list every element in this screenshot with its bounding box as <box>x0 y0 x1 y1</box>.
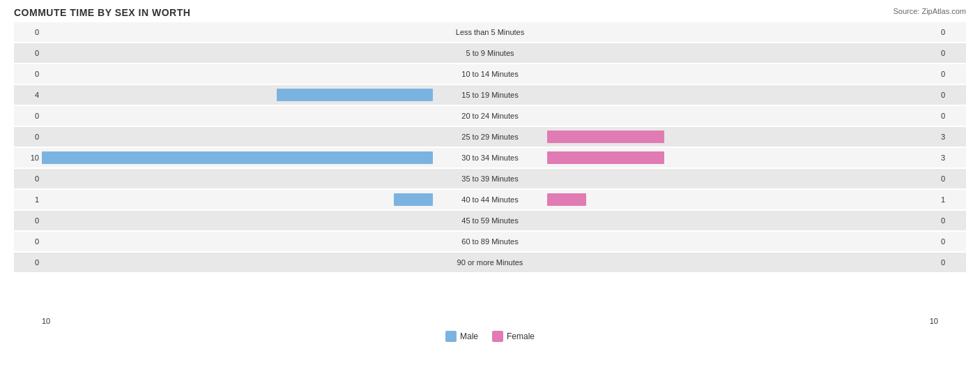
male-bar-wrapper <box>42 43 434 63</box>
row-label: 25 to 29 Minutes <box>434 133 546 141</box>
bars-area: Less than 5 Minutes <box>42 22 938 42</box>
row-label: 5 to 9 Minutes <box>434 49 546 57</box>
bars-area: 5 to 9 Minutes <box>42 43 938 63</box>
female-bar <box>547 131 664 143</box>
row-label: 15 to 19 Minutes <box>434 91 546 99</box>
legend-male-label: Male <box>460 332 478 341</box>
bars-area: 35 to 39 Minutes <box>42 169 938 188</box>
row-label: 60 to 89 Minutes <box>434 237 546 246</box>
female-bar-wrapper <box>546 148 938 167</box>
bars-area: 40 to 44 Minutes <box>42 190 938 209</box>
legend-male: Male <box>445 331 478 342</box>
row-label: 30 to 34 Minutes <box>434 154 546 162</box>
table-row: 020 to 24 Minutes0 <box>14 106 966 126</box>
row-label: 40 to 44 Minutes <box>434 195 546 204</box>
chart-title: COMMUTE TIME BY SEX IN WORTH <box>14 7 966 18</box>
male-bar-wrapper <box>42 211 434 230</box>
male-bar-wrapper <box>42 64 434 84</box>
table-row: 05 to 9 Minutes0 <box>14 43 966 63</box>
male-value: 0 <box>14 70 42 78</box>
male-bar-wrapper <box>42 190 434 209</box>
male-value: 10 <box>14 154 42 162</box>
axis-right-label: 10 <box>930 317 938 325</box>
row-label: 20 to 24 Minutes <box>434 112 546 120</box>
legend-female: Female <box>492 331 535 342</box>
bars-area: 20 to 24 Minutes <box>42 106 938 126</box>
table-row: 1030 to 34 Minutes3 <box>14 148 966 167</box>
table-row: 010 to 14 Minutes0 <box>14 64 966 84</box>
row-label: Less than 5 Minutes <box>434 28 546 36</box>
bars-area: 30 to 34 Minutes <box>42 148 938 167</box>
source-label: Source: ZipAtlas.com <box>893 7 966 15</box>
female-bar-wrapper <box>546 190 938 209</box>
male-value: 0 <box>14 237 42 246</box>
legend-female-box <box>492 331 503 342</box>
female-bar-wrapper <box>546 85 938 105</box>
male-bar <box>394 193 433 206</box>
male-value: 0 <box>14 258 42 267</box>
legend-female-label: Female <box>507 332 535 341</box>
table-row: 415 to 19 Minutes0 <box>14 85 966 105</box>
row-label: 90 or more Minutes <box>434 258 546 267</box>
male-bar-wrapper <box>42 148 434 167</box>
female-value: 0 <box>938 49 966 57</box>
male-value: 0 <box>14 28 42 36</box>
legend: Male Female <box>14 331 966 342</box>
female-value: 3 <box>938 133 966 141</box>
table-row: 045 to 59 Minutes0 <box>14 211 966 230</box>
legend-male-box <box>445 331 457 342</box>
female-value: 0 <box>938 216 966 225</box>
male-bar-wrapper <box>42 169 434 188</box>
table-row: 035 to 39 Minutes0 <box>14 169 966 188</box>
bars-area: 15 to 19 Minutes <box>42 85 938 105</box>
table-row: 090 or more Minutes0 <box>14 253 966 272</box>
female-bar <box>547 193 586 206</box>
male-bar-wrapper <box>42 127 434 147</box>
female-value: 1 <box>938 195 966 204</box>
table-row: 060 to 89 Minutes0 <box>14 232 966 251</box>
male-value: 0 <box>14 49 42 57</box>
female-bar-wrapper <box>546 169 938 188</box>
bars-area: 45 to 59 Minutes <box>42 211 938 230</box>
row-label: 35 to 39 Minutes <box>434 174 546 183</box>
female-value: 3 <box>938 154 966 162</box>
female-value: 0 <box>938 258 966 267</box>
female-bar-wrapper <box>546 253 938 272</box>
female-bar-wrapper <box>546 211 938 230</box>
male-value: 0 <box>14 174 42 183</box>
axis-left-label: 10 <box>42 317 50 325</box>
male-bar-wrapper <box>42 85 434 105</box>
male-value: 0 <box>14 216 42 225</box>
chart-area: 0Less than 5 Minutes005 to 9 Minutes0010… <box>14 22 966 315</box>
female-bar-wrapper <box>546 22 938 42</box>
male-value: 4 <box>14 91 42 99</box>
female-bar-wrapper <box>546 127 938 147</box>
bars-area: 25 to 29 Minutes <box>42 127 938 147</box>
male-bar-wrapper <box>42 232 434 251</box>
female-value: 0 <box>938 237 966 246</box>
female-bar <box>547 151 664 164</box>
female-value: 0 <box>938 112 966 120</box>
table-row: 025 to 29 Minutes3 <box>14 127 966 147</box>
male-bar <box>277 89 433 101</box>
female-value: 0 <box>938 28 966 36</box>
bars-area: 60 to 89 Minutes <box>42 232 938 251</box>
row-label: 10 to 14 Minutes <box>434 70 546 78</box>
male-bar-wrapper <box>42 106 434 126</box>
male-bar <box>42 151 433 164</box>
female-bar-wrapper <box>546 106 938 126</box>
female-value: 0 <box>938 91 966 99</box>
bars-area: 90 or more Minutes <box>42 253 938 272</box>
bars-area: 10 to 14 Minutes <box>42 64 938 84</box>
table-row: 140 to 44 Minutes1 <box>14 190 966 209</box>
male-bar-wrapper <box>42 253 434 272</box>
female-value: 0 <box>938 174 966 183</box>
table-row: 0Less than 5 Minutes0 <box>14 22 966 42</box>
female-bar-wrapper <box>546 43 938 63</box>
male-bar-wrapper <box>42 22 434 42</box>
male-value: 0 <box>14 112 42 120</box>
male-value: 0 <box>14 133 42 141</box>
row-label: 45 to 59 Minutes <box>434 216 546 225</box>
male-value: 1 <box>14 195 42 204</box>
axis-bottom: 10 10 <box>14 315 966 327</box>
